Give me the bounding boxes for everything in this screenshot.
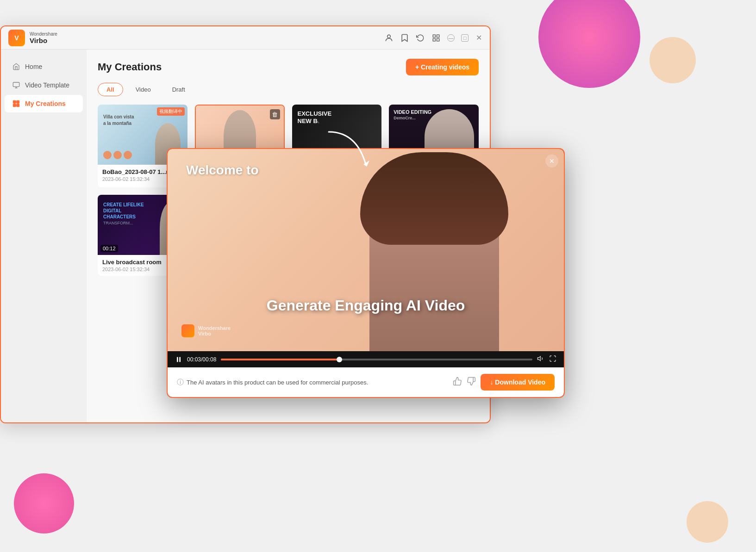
svg-rect-6 [13,100,16,103]
filter-tab-video[interactable]: Video [127,83,160,96]
time-current: 00:03/00:08 [187,356,216,363]
virbo-watermark: WondershareVirbo [181,324,231,337]
page-header: My Creations + Creating videos [98,59,479,75]
brand-top: Wondershare [30,31,57,37]
delete-icon-2[interactable]: 🗑 [270,109,280,119]
sidebar: Home Video Template My C [1,50,87,422]
minimize-button[interactable]: — [447,34,455,42]
title-bar-right: — □ ✕ [384,33,482,43]
filter-tab-all[interactable]: All [98,83,123,96]
presenter-body [369,157,499,351]
progress-bar[interactable] [221,359,532,360]
svg-rect-1 [433,35,435,37]
bottom-actions: ↓ Download Video [453,374,555,391]
download-video-button[interactable]: ↓ Download Video [481,374,555,391]
sidebar-item-video-template[interactable]: Video Template [5,76,83,94]
welcome-text: Welcome to [186,163,259,178]
sidebar-item-video-template-label: Video Template [25,81,69,89]
sidebar-item-home[interactable]: Home [5,58,83,75]
svg-rect-7 [17,100,19,103]
create-videos-button[interactable]: + Creating videos [406,59,479,75]
bookmark-icon[interactable] [400,33,409,43]
video-controls: 00:03/00:08 [168,351,564,367]
page-title: My Creations [98,61,162,73]
notice-icon: ⓘ [177,378,184,387]
close-button[interactable]: ✕ [475,34,482,42]
account-icon[interactable] [384,33,394,43]
notice-text: The AI avatars in this product can be us… [187,379,368,386]
bg-decoration-circle-pink-bottom [14,473,74,533]
arrow-annotation [319,127,375,174]
filter-tabs: All Video Draft [98,83,479,96]
svg-rect-12 [179,357,181,362]
svg-rect-4 [437,38,439,41]
like-button[interactable] [453,377,462,388]
refresh-icon[interactable] [416,33,425,43]
grid-icon[interactable] [431,33,441,43]
video-badge-translate: 视频翻译中 [157,107,185,116]
villa-icon-2 [113,151,122,159]
progress-dot [337,357,342,362]
sidebar-item-my-creations[interactable]: My Creations [5,95,83,112]
app-name-block: Wondershare Virbo [30,31,57,44]
video-template-icon [12,81,20,89]
virbo-name-small: WondershareVirbo [198,325,231,336]
bg-decoration-circle-pink [538,0,640,88]
modal-bottom-bar: ⓘ The AI avatars in this product can be … [168,367,564,397]
title-bar-left: V Wondershare Virbo [8,30,57,46]
my-creations-icon [12,99,20,108]
svg-marker-13 [537,356,540,360]
progress-fill [221,359,339,360]
modal-video-bg: Welcome to Generate Engaging AI Video Wo… [168,149,564,351]
dislike-button[interactable] [467,377,476,388]
villa-icon-3 [124,151,132,159]
generate-text: Generate Engaging AI Video [168,297,564,314]
create-headline: CREATE LIFELIKEDIGITALCHARACTERSTransfor… [103,202,144,226]
svg-point-0 [387,35,391,38]
svg-rect-11 [177,357,178,362]
modal-close-button[interactable]: ✕ [545,155,558,167]
title-bar: V Wondershare Virbo [1,26,490,50]
svg-rect-3 [433,38,435,41]
svg-rect-8 [13,104,16,107]
volume-icon[interactable] [537,355,544,364]
svg-rect-2 [437,35,439,37]
svg-rect-9 [17,104,19,107]
villa-icons [103,151,132,159]
svg-rect-5 [13,82,19,87]
ve-title: VIDEO EDITINGDemoCre... [394,109,431,120]
brand-name: Virbo [30,37,57,44]
villa-icon-1 [103,151,112,159]
sidebar-item-home-label: Home [25,63,42,70]
virbo-logo-small [181,324,194,337]
play-pause-button[interactable] [175,356,182,363]
bg-decoration-circle-peach [650,37,696,83]
bg-decoration-circle-peach-bottom [687,501,728,543]
video-duration-5: 00:12 [100,245,118,252]
bottom-notice: ⓘ The AI avatars in this product can be … [177,378,368,387]
video-modal: Welcome to Generate Engaging AI Video Wo… [167,148,565,398]
app-logo: V [8,30,25,46]
exclusive-text: EXCLUSIVENEW BL [298,110,332,124]
fullscreen-icon[interactable] [549,355,556,364]
sidebar-item-my-creations-label: My Creations [25,100,66,107]
ai-presenter [360,149,508,351]
home-icon [12,62,20,71]
villa-text: Villa con vistaa la montaña [103,114,134,127]
filter-tab-draft[interactable]: Draft [163,83,194,96]
modal-video-area: Welcome to Generate Engaging AI Video Wo… [168,149,564,351]
maximize-button[interactable]: □ [461,34,469,42]
